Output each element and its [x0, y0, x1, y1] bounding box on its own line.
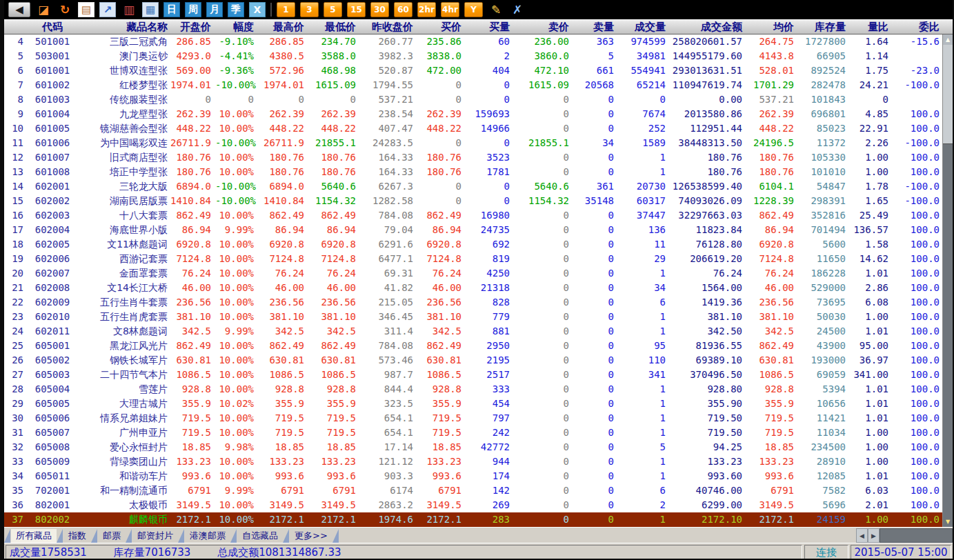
- table-row[interactable]: 7601002红楼梦型张1974.01-10.00%1974.011615.09…: [4, 78, 953, 92]
- table-row[interactable]: 33605009背绿窦团山片133.2310.00%133.23133.2312…: [4, 454, 953, 469]
- data-grid-icon[interactable]: ▦: [142, 2, 159, 17]
- tab-港澳邮票[interactable]: 港澳邮票: [185, 529, 230, 543]
- tab-邮票[interactable]: 邮票: [98, 529, 126, 543]
- horizontal-scrollbar[interactable]: ◀ ▶: [856, 528, 953, 543]
- col-header-avg[interactable]: 均价: [746, 20, 798, 34]
- cut-tool-icon[interactable]: ✗: [509, 2, 526, 17]
- col-header-high[interactable]: 最高价: [258, 20, 308, 34]
- table-row[interactable]: 14602001三轮龙大版6894.0-10.00%6894.05640.662…: [4, 179, 953, 194]
- cell: 630.81: [170, 353, 215, 368]
- table-row[interactable]: 22602009五行生肖牛套票236.5610.00%236.56236.562…: [4, 295, 953, 310]
- minute-3-button[interactable]: 3: [300, 2, 319, 17]
- table-row[interactable]: 5503001澳门奥运钞4293.0-4.41%4380.53588.03982…: [4, 49, 953, 63]
- cell: 286.85: [258, 34, 308, 49]
- table-row[interactable]: 11601006为中国喝彩双连26711.9-10.00%26711.92185…: [4, 136, 953, 150]
- col-header-askvol[interactable]: 卖量: [573, 20, 618, 34]
- cell: 262.39: [417, 107, 466, 121]
- table-row[interactable]: 8601003传统服装型张0000537.21000000.00537.2110…: [4, 92, 953, 107]
- minute-30-button[interactable]: 30: [370, 2, 389, 17]
- year-button[interactable]: Y: [464, 2, 483, 17]
- table-row[interactable]: 17602004海底世界小版86.949.99%86.9486.9479.048…: [4, 223, 953, 237]
- table-row[interactable]: 19602006西游记套票7124.810.00%7124.87124.8647…: [4, 252, 953, 266]
- col-header-name[interactable]: 藏品名称: [74, 20, 170, 34]
- back-button[interactable]: ◀: [8, 2, 30, 17]
- tab-指数[interactable]: 指数: [63, 529, 91, 543]
- scroll-right-icon[interactable]: ▶: [868, 528, 880, 543]
- refresh-icon[interactable]: ↻: [57, 2, 73, 17]
- table-row[interactable]: 32605008爱心永恒封片18.859.98%18.8518.8517.141…: [4, 440, 953, 454]
- table-row[interactable]: 25605001黑龙江风光片862.4910.00%862.49862.4978…: [4, 339, 953, 353]
- cell: 719.5: [258, 426, 308, 440]
- minute-15-button[interactable]: 15: [347, 2, 366, 17]
- table-row[interactable]: 23602010五行生肖虎套票381.1010.00%381.10381.103…: [4, 310, 953, 324]
- horizontal-scroll-thumb[interactable]: [880, 528, 953, 543]
- tab-更多>>[interactable]: 更多>>: [290, 529, 332, 543]
- hour-2-button[interactable]: 2hr: [417, 2, 436, 17]
- table-row[interactable]: 30605006情系兄弟姐妹片719.510.00%719.5719.5654.…: [4, 411, 953, 426]
- cell: 928.8: [417, 382, 466, 397]
- cell: 50030: [798, 310, 850, 324]
- col-header-inventory[interactable]: 库存量: [798, 20, 850, 34]
- col-header-volratio[interactable]: 量比: [850, 20, 893, 34]
- table-row[interactable]: 37802002麒麟银币2172.110.00%2172.12172.11974…: [4, 512, 953, 527]
- kline-chart-icon[interactable]: ▥: [121, 2, 137, 17]
- table-row[interactable]: 12601007旧式商店型张180.7610.00%180.76180.7616…: [4, 150, 953, 165]
- table-row[interactable]: 28605004雪莲片928.810.00%928.8928.8844.4928…: [4, 382, 953, 397]
- table-row[interactable]: 18602005文11林彪题词6920.810.00%6920.86920.86…: [4, 237, 953, 252]
- cell: 西游记套票: [74, 252, 170, 266]
- table-row[interactable]: 24602011文8林彪题词342.59.99%342.5342.5311.43…: [4, 324, 953, 339]
- tab-自选藏品[interactable]: 自选藏品: [237, 529, 283, 543]
- table-row[interactable]: 36802001太极银币3149.510.00%3149.53149.52863…: [4, 498, 953, 512]
- table-row[interactable]: 29605005大理古城片355.910.02%355.9355.9323.53…: [4, 397, 953, 411]
- trend-edit-icon[interactable]: ↗: [99, 2, 116, 17]
- minute-5-button[interactable]: 5: [324, 2, 342, 17]
- scroll-up-icon[interactable]: ▲: [943, 34, 953, 45]
- scroll-left-icon[interactable]: ◀: [856, 528, 868, 543]
- table-row[interactable]: 4501001三版二冠贰角286.85-9.10%286.85234.70260…: [4, 34, 953, 49]
- table-row[interactable]: 16602003十八大套票862.4910.00%862.49862.49784…: [4, 208, 953, 223]
- col-header-bidvol[interactable]: 买量: [466, 20, 514, 34]
- package-icon[interactable]: ◪: [35, 2, 52, 17]
- table-row[interactable]: 21602008文14长江大桥46.0010.00%46.0046.0041.8…: [4, 281, 953, 295]
- minute-60-button[interactable]: 60: [394, 2, 413, 17]
- scroll-down-icon[interactable]: ▼: [943, 517, 953, 527]
- vertical-scroll-thumb[interactable]: [943, 143, 953, 517]
- table-row[interactable]: 34605011和谐动车片993.610.00%993.6993.6903.39…: [4, 469, 953, 483]
- col-header-amount[interactable]: 成交金额: [670, 20, 746, 34]
- tab-separator-icon: [57, 529, 63, 543]
- cell: 133.23: [670, 454, 746, 469]
- col-header-volume[interactable]: 成交量: [618, 20, 670, 34]
- period-x-button[interactable]: X: [249, 2, 266, 17]
- vertical-scrollbar[interactable]: ▲ ▼: [942, 34, 953, 527]
- tab-邮资封片[interactable]: 邮资封片: [132, 529, 178, 543]
- tab-所有藏品[interactable]: 所有藏品: [11, 529, 57, 543]
- table-row[interactable]: 20602007金面罩套票76.2410.00%76.2476.2469.317…: [4, 266, 953, 281]
- cell: 10.00%: [215, 368, 258, 382]
- col-header-open[interactable]: 开盘价: [170, 20, 215, 34]
- table-row[interactable]: 10601005镜湖慈善会型张448.2210.00%448.22448.224…: [4, 121, 953, 136]
- table-row[interactable]: 31605007广州申亚片719.510.00%719.5719.5654.17…: [4, 426, 953, 440]
- col-header-code[interactable]: 代码: [30, 20, 74, 34]
- edit-pencil-icon[interactable]: ✎: [488, 2, 504, 17]
- table-row[interactable]: 27605003二十四节气本片1086.510.00%1086.51086.59…: [4, 368, 953, 382]
- col-header-prevclose[interactable]: 昨收盘价: [360, 20, 417, 34]
- table-row[interactable]: 9601004九龙壁型张262.3910.00%262.39262.39238.…: [4, 107, 953, 121]
- col-header-low[interactable]: 最低价: [308, 20, 360, 34]
- table-row[interactable]: 6601001世博双连型张569.00-9.36%572.96468.98520…: [4, 63, 953, 78]
- table-row[interactable]: 15602002湖南民居版票1410.84-10.00%1410.841154.…: [4, 194, 953, 208]
- col-header-ordratio[interactable]: 委比: [893, 20, 941, 34]
- period-quarter-button[interactable]: 季: [228, 2, 244, 17]
- hour-4-button[interactable]: 4hr: [441, 2, 459, 17]
- table-row[interactable]: 26605002钢铁长城军片630.8110.00%630.81630.8157…: [4, 353, 953, 368]
- cell: 19: [4, 252, 30, 266]
- period-day-button[interactable]: 日: [163, 2, 180, 17]
- period-month-button[interactable]: 月: [206, 2, 223, 17]
- minute-1-button[interactable]: 1: [277, 2, 295, 17]
- col-header-ask[interactable]: 卖价: [514, 20, 573, 34]
- col-header-change[interactable]: 幅度: [215, 20, 258, 34]
- table-row[interactable]: 35702001和一精制流通币67919.99%6791679161746791…: [4, 483, 953, 498]
- col-header-bid[interactable]: 买价: [417, 20, 466, 34]
- clipboard-icon[interactable]: ▤: [78, 2, 95, 17]
- period-week-button[interactable]: 周: [185, 2, 201, 17]
- table-row[interactable]: 13601008培正中学型张180.7610.00%180.76180.7616…: [4, 165, 953, 179]
